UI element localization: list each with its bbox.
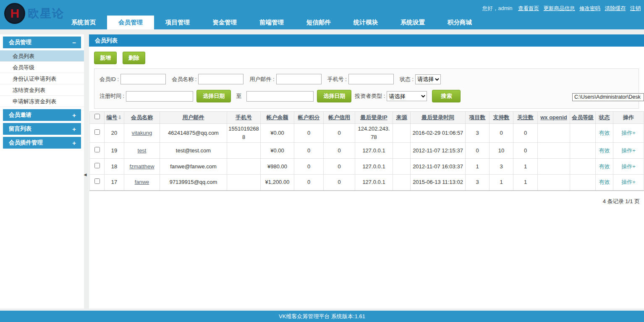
sort-support-count-link[interactable]: 支持数 bbox=[493, 114, 510, 120]
clear-cache-link[interactable]: 清除缓存 bbox=[605, 5, 626, 11]
nav-tab-points-mall[interactable]: 积分商城 bbox=[436, 16, 483, 29]
sidebar-section-member-plugin-management[interactable]: 会员插件管理 + bbox=[3, 137, 81, 149]
header-project-count: 项目数 bbox=[466, 112, 490, 124]
cell-email: 97139915@qq.com bbox=[160, 175, 227, 191]
cell-phone bbox=[227, 143, 261, 159]
cell-wx-openid bbox=[538, 159, 570, 175]
cell-points: 0 bbox=[294, 143, 324, 159]
register-time-from-input[interactable] bbox=[126, 91, 193, 102]
cell-credit: 0 bbox=[324, 143, 355, 159]
sort-down-icon[interactable]: ⇩ bbox=[118, 113, 122, 122]
collapse-minus-icon[interactable]: − bbox=[72, 39, 76, 46]
header-member-name: 会员名称 bbox=[124, 112, 160, 124]
status-select[interactable]: 请选择 bbox=[415, 74, 441, 84]
sort-last-ip-link[interactable]: 最后登录IP bbox=[360, 114, 387, 120]
nav-tab-project-management[interactable]: 项目管理 bbox=[154, 16, 201, 29]
header-credit: 帐户信用 bbox=[324, 112, 355, 124]
expand-plus-icon[interactable]: + bbox=[72, 126, 76, 133]
status-link[interactable]: 有效 bbox=[599, 163, 610, 170]
sort-source-link[interactable]: 来源 bbox=[396, 114, 407, 120]
cell-status: 有效 bbox=[596, 143, 613, 159]
sort-follow-count-link[interactable]: 关注数 bbox=[517, 114, 534, 120]
sort-member-level-link[interactable]: 会员等级 bbox=[572, 114, 594, 120]
investor-type-select[interactable]: 请选择 bbox=[387, 91, 427, 101]
delete-button[interactable]: 删除 bbox=[123, 52, 145, 64]
select-all-checkbox[interactable] bbox=[94, 114, 100, 119]
header-last-login-time: 最后登录时间 bbox=[411, 112, 466, 124]
cell-last-ip: 127.0.0.1 bbox=[355, 143, 393, 159]
member-name-link[interactable]: fanwe bbox=[135, 179, 149, 185]
sort-email-link[interactable]: 用户邮件 bbox=[183, 114, 204, 120]
member-name-link[interactable]: test bbox=[138, 147, 147, 154]
sort-member-name-link[interactable]: 会员名称 bbox=[131, 114, 153, 120]
logout-link[interactable]: 注销 bbox=[630, 5, 641, 11]
sort-last-login-time-link[interactable]: 最后登录时间 bbox=[421, 114, 454, 120]
row-checkbox[interactable] bbox=[94, 147, 100, 152]
phone-input[interactable] bbox=[348, 74, 394, 84]
status-link[interactable]: 有效 bbox=[599, 179, 610, 185]
main-nav: 系统首页 会员管理 项目管理 资金管理 前端管理 短信邮件 统计模块 系统设置 … bbox=[60, 16, 483, 29]
sort-balance-link[interactable]: 帐户余额 bbox=[267, 114, 288, 120]
member-name-input[interactable] bbox=[198, 74, 243, 84]
nav-tab-sms-email[interactable]: 短信邮件 bbox=[295, 16, 342, 29]
expand-plus-icon[interactable]: + bbox=[72, 139, 76, 147]
sort-wx-openid-link[interactable]: wx openid bbox=[540, 114, 567, 120]
nav-tab-funds-management[interactable]: 资金管理 bbox=[201, 16, 248, 29]
sort-points-link[interactable]: 帐户积分 bbox=[298, 114, 320, 120]
sort-status-link[interactable]: 状态 bbox=[599, 114, 610, 120]
search-panel: 会员ID : 会员名称 : 用户邮件 : 手机号 : 状态 : 请选择 注册时间… bbox=[94, 68, 639, 109]
user-links-bar: 您好，admin 查看首页 更新商品信息 修改密码 清除缓存 注销 bbox=[482, 5, 641, 12]
cell-points: 0 bbox=[294, 175, 324, 191]
sidebar-item-frozen-funds-list[interactable]: 冻结资金列表 bbox=[0, 84, 84, 96]
nav-tab-frontend-management[interactable]: 前端管理 bbox=[248, 16, 295, 29]
action-link[interactable]: 操作+ bbox=[621, 147, 636, 154]
nav-tab-system-home[interactable]: 系统首页 bbox=[60, 16, 107, 29]
nav-tab-system-settings[interactable]: 系统设置 bbox=[389, 16, 436, 29]
investor-type-label: 投资者类型 : bbox=[355, 92, 385, 100]
sort-credit-link[interactable]: 帐户信用 bbox=[328, 114, 350, 120]
update-product-info-link[interactable]: 更新商品信息 bbox=[544, 5, 575, 11]
sidebar-section-message-list[interactable]: 留言列表 + bbox=[3, 123, 81, 135]
action-link[interactable]: 操作+ bbox=[621, 179, 636, 185]
logo-icon: H bbox=[4, 3, 25, 24]
sidebar-item-unfreeze-request-list[interactable]: 申请解冻资金列表 bbox=[0, 96, 84, 107]
pick-date-to-button[interactable]: 选择日期 bbox=[317, 90, 351, 102]
member-id-input[interactable] bbox=[120, 74, 166, 84]
member-name-link[interactable]: fzmatthew bbox=[129, 163, 154, 170]
sidebar-item-member-level[interactable]: 会员等级 bbox=[0, 62, 84, 73]
register-time-to-input[interactable] bbox=[246, 91, 314, 102]
sidebar-item-identity-verification-list[interactable]: 身份认证申请列表 bbox=[0, 73, 84, 84]
action-link[interactable]: 操作+ bbox=[621, 163, 636, 170]
sidebar-section-member-management[interactable]: 会员管理 − bbox=[3, 37, 81, 48]
nav-tab-member-management[interactable]: 会员管理 bbox=[107, 16, 154, 29]
sort-id-link[interactable]: 编号 bbox=[106, 114, 117, 120]
change-password-link[interactable]: 修改密码 bbox=[579, 5, 600, 11]
sort-project-count-link[interactable]: 项目数 bbox=[469, 114, 486, 120]
row-select-cell bbox=[90, 159, 105, 175]
pick-date-from-button[interactable]: 选择日期 bbox=[196, 90, 231, 102]
sidebar-section-member-invite[interactable]: 会员邀请 + bbox=[3, 109, 81, 121]
sidebar-collapse-handle[interactable]: ◀ bbox=[83, 166, 87, 183]
toolbar: 新增 删除 bbox=[89, 47, 644, 64]
action-link[interactable]: 操作+ bbox=[621, 130, 636, 136]
member-id-label: 会员ID : bbox=[99, 76, 119, 83]
view-homepage-link[interactable]: 查看首页 bbox=[518, 5, 539, 11]
cell-support-count: 0 bbox=[490, 124, 513, 143]
nav-tab-statistics-module[interactable]: 统计模块 bbox=[342, 16, 389, 29]
sort-phone-link[interactable]: 手机号 bbox=[236, 114, 252, 120]
member-name-link[interactable]: vitakung bbox=[132, 130, 152, 136]
status-link[interactable]: 有效 bbox=[599, 130, 610, 136]
add-button[interactable]: 新增 bbox=[94, 52, 117, 64]
search-button[interactable]: 搜索 bbox=[432, 90, 461, 102]
row-checkbox[interactable] bbox=[94, 163, 100, 168]
cell-email: 462414875@qq.com bbox=[160, 124, 227, 143]
expand-plus-icon[interactable]: + bbox=[72, 112, 76, 119]
sidebar-item-member-list[interactable]: 会员列表 bbox=[0, 50, 84, 62]
email-input[interactable] bbox=[276, 74, 322, 84]
cell-last-login-time: 2012-11-07 12:15:37 bbox=[411, 143, 466, 159]
table-header-row: 编号⇩ 会员名称 用户邮件 手机号 帐户余额 帐户积分 帐户信用 最后登录IP … bbox=[90, 112, 644, 124]
row-checkbox[interactable] bbox=[94, 129, 100, 135]
cell-balance: ¥0.00 bbox=[261, 143, 294, 159]
status-link[interactable]: 有效 bbox=[599, 147, 610, 154]
row-checkbox[interactable] bbox=[94, 178, 100, 184]
